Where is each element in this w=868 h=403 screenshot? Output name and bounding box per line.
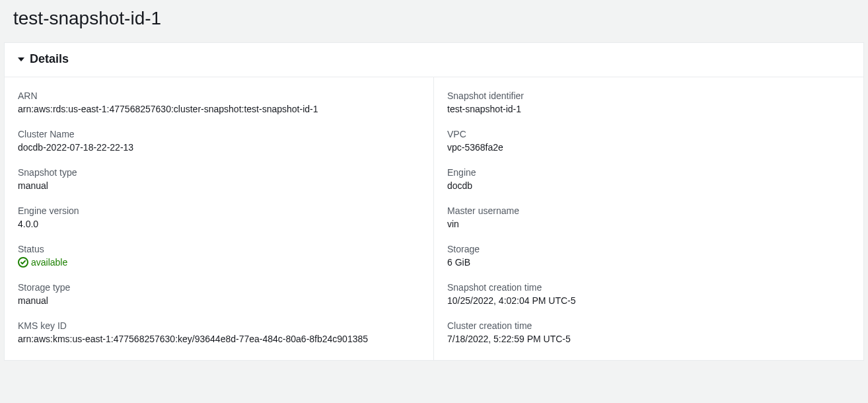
vpc-value: vpc-5368fa2e — [447, 142, 850, 153]
master-username-label: Master username — [447, 205, 850, 216]
master-username-value: vin — [447, 219, 850, 229]
engine-version-field: Engine version 4.0.0 — [18, 205, 420, 229]
snapshot-type-value: manual — [18, 180, 420, 191]
page-title: test-snapshot-id-1 — [13, 8, 855, 29]
arn-value: arn:aws:rds:us-east-1:477568257630:clust… — [18, 104, 420, 114]
details-left-column: ARN arn:aws:rds:us-east-1:477568257630:c… — [5, 77, 434, 360]
details-right-column: Snapshot identifier test-snapshot-id-1 V… — [434, 77, 863, 360]
snapshot-type-label: Snapshot type — [18, 167, 420, 178]
snapshot-type-field: Snapshot type manual — [18, 167, 420, 191]
status-value-row: available — [18, 257, 420, 268]
details-panel: Details ARN arn:aws:rds:us-east-1:477568… — [4, 42, 864, 361]
details-panel-body: ARN arn:aws:rds:us-east-1:477568257630:c… — [5, 77, 863, 360]
arn-label: ARN — [18, 91, 420, 101]
cluster-name-value: docdb-2022-07-18-22-22-13 — [18, 142, 420, 153]
cluster-creation-time-label: Cluster creation time — [447, 320, 850, 331]
status-label: Status — [18, 244, 420, 254]
kms-key-label: KMS key ID — [18, 320, 420, 331]
snapshot-identifier-label: Snapshot identifier — [447, 91, 850, 101]
page-header: test-snapshot-id-1 — [0, 0, 868, 42]
cluster-creation-time-field: Cluster creation time 7/18/2022, 5:22:59… — [447, 320, 850, 344]
storage-type-value: manual — [18, 295, 420, 306]
status-available-icon — [18, 257, 28, 268]
details-panel-header[interactable]: Details — [5, 43, 863, 77]
storage-type-label: Storage type — [18, 282, 420, 293]
storage-field: Storage 6 GiB — [447, 244, 850, 268]
storage-value: 6 GiB — [447, 257, 850, 268]
kms-key-field: KMS key ID arn:aws:kms:us-east-1:4775682… — [18, 320, 420, 344]
status-field: Status available — [18, 244, 420, 268]
snapshot-creation-time-field: Snapshot creation time 10/25/2022, 4:02:… — [447, 282, 850, 306]
snapshot-identifier-value: test-snapshot-id-1 — [447, 104, 850, 114]
kms-key-value: arn:aws:kms:us-east-1:477568257630:key/9… — [18, 334, 420, 344]
engine-version-value: 4.0.0 — [18, 219, 420, 229]
details-panel-title: Details — [30, 52, 69, 66]
engine-version-label: Engine version — [18, 205, 420, 216]
cluster-name-field: Cluster Name docdb-2022-07-18-22-22-13 — [18, 129, 420, 153]
caret-down-icon — [18, 57, 24, 61]
status-value: available — [31, 257, 67, 268]
master-username-field: Master username vin — [447, 205, 850, 229]
engine-field: Engine docdb — [447, 167, 850, 191]
storage-type-field: Storage type manual — [18, 282, 420, 306]
storage-label: Storage — [447, 244, 850, 254]
engine-value: docdb — [447, 180, 850, 191]
snapshot-creation-time-value: 10/25/2022, 4:02:04 PM UTC-5 — [447, 295, 850, 306]
cluster-creation-time-value: 7/18/2022, 5:22:59 PM UTC-5 — [447, 334, 850, 344]
cluster-name-label: Cluster Name — [18, 129, 420, 139]
snapshot-creation-time-label: Snapshot creation time — [447, 282, 850, 293]
vpc-field: VPC vpc-5368fa2e — [447, 129, 850, 153]
arn-field: ARN arn:aws:rds:us-east-1:477568257630:c… — [18, 91, 420, 114]
vpc-label: VPC — [447, 129, 850, 139]
snapshot-identifier-field: Snapshot identifier test-snapshot-id-1 — [447, 91, 850, 114]
engine-label: Engine — [447, 167, 850, 178]
